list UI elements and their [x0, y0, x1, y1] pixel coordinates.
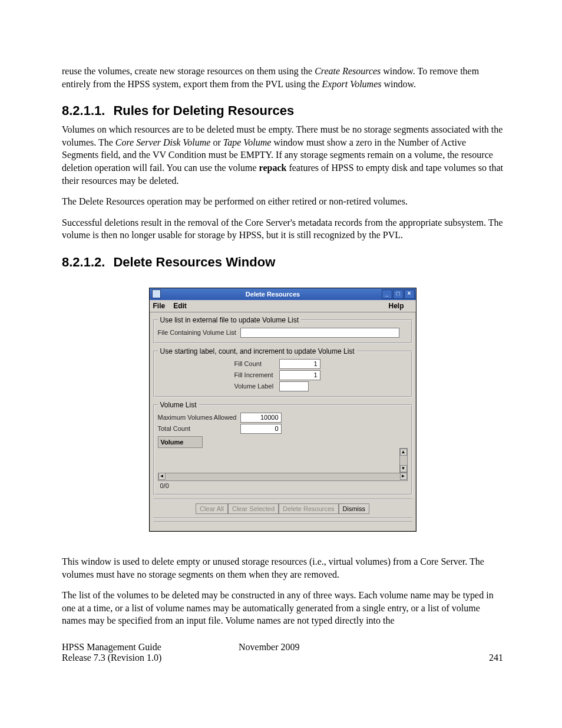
window-titlebar: Delete Resources _ □ × [150, 288, 416, 300]
fieldset-starting-label: Use starting label, count, and increment… [153, 347, 412, 397]
text: or [210, 137, 223, 147]
menu-help[interactable]: Help [388, 302, 404, 310]
fieldset-volume-list: Volume List Maximum Volumes Allowed Tota… [153, 401, 412, 495]
ref-tape-volume: Tape Volume [223, 137, 272, 147]
max-volumes-value [240, 413, 282, 423]
page-footer: HPSS Management Guide November 2009 Rele… [62, 642, 503, 663]
intro-paragraph: reuse the volumes, create new storage re… [62, 65, 503, 90]
fill-increment-input[interactable] [279, 370, 320, 380]
file-containing-list-label: File Containing Volume List [158, 329, 240, 336]
vertical-scrollbar[interactable]: ▲ ▼ [399, 448, 408, 473]
scroll-left-icon[interactable]: ◄ [158, 473, 166, 480]
section-title: Rules for Deleting Resources [113, 103, 294, 118]
system-menu-icon[interactable] [152, 289, 161, 298]
close-button[interactable]: × [404, 289, 415, 299]
volume-list-area[interactable]: ▲ ▼ [158, 448, 408, 473]
volume-label-label: Volume Label [234, 383, 279, 390]
minimize-button[interactable]: _ [382, 289, 392, 299]
delete-resources-button[interactable]: Delete Resources [279, 503, 338, 514]
fill-increment-label: Fill Increment [234, 371, 279, 378]
fieldset-external-file: Use list in external file to update Volu… [153, 316, 412, 344]
rules-paragraph-1: Volumes on which resources are to be del… [62, 123, 503, 187]
total-count-label: Total Count [158, 425, 240, 432]
fieldset-external-file-legend: Use list in external file to update Volu… [158, 316, 301, 324]
file-containing-list-input[interactable] [240, 328, 399, 338]
footer-release: Release 7.3 (Revision 1.0) [62, 653, 239, 663]
fieldset-starting-label-legend: Use starting label, count, and increment… [158, 347, 357, 355]
footer-page-number: 241 [489, 653, 503, 663]
clear-selected-button[interactable]: Clear Selected [228, 503, 279, 514]
max-volumes-label: Maximum Volumes Allowed [158, 414, 240, 421]
fill-count-input[interactable] [279, 359, 320, 369]
scroll-up-icon[interactable]: ▲ [400, 449, 407, 456]
section-title: Delete Resources Window [113, 255, 275, 269]
list-status-text: 0/0 [158, 481, 408, 490]
section-number: 8.2.1.1. [62, 103, 105, 118]
total-count-value [240, 424, 282, 434]
fill-count-label: Fill Count [234, 360, 279, 367]
dismiss-button[interactable]: Dismiss [339, 503, 370, 514]
menu-edit[interactable]: Edit [173, 302, 187, 310]
post-window-paragraph-1: This window is used to delete empty or u… [62, 555, 503, 581]
horizontal-scrollbar[interactable]: ◄ ► [158, 473, 408, 481]
menu-file[interactable]: File [153, 302, 166, 310]
heading-rules-for-deleting: 8.2.1.1.Rules for Deleting Resources [62, 103, 503, 118]
ref-create-resources: Create Resources [315, 66, 381, 76]
menubar: File Edit Help [150, 300, 416, 312]
fieldset-volume-list-legend: Volume List [158, 401, 199, 409]
rules-paragraph-3: Successful deletions result in the remov… [62, 216, 503, 242]
footer-date: November 2009 [239, 642, 503, 653]
scroll-right-icon[interactable]: ► [400, 473, 407, 480]
delete-resources-window: Delete Resources _ □ × File Edit Help Us… [149, 288, 416, 532]
section-number: 8.2.1.2. [62, 255, 105, 269]
footer-guide-title: HPSS Management Guide [62, 642, 239, 653]
post-window-paragraph-2: The list of the volumes to be deleted ma… [62, 589, 503, 627]
clear-all-button[interactable]: Clear All [196, 503, 228, 514]
repack-keyword: repack [259, 163, 287, 173]
volume-column-header[interactable]: Volume [158, 436, 203, 448]
volume-label-input[interactable] [279, 381, 309, 391]
rules-paragraph-2: The Delete Resources operation may be pe… [62, 195, 503, 208]
window-title: Delete Resources [164, 291, 382, 298]
ref-export-volumes: Export Volumes [322, 79, 382, 89]
ref-disk-volume: Core Server Disk Volume [115, 137, 211, 147]
text: reuse the volumes, create new storage re… [62, 66, 315, 76]
heading-delete-resources-window: 8.2.1.2.Delete Resources Window [62, 255, 503, 270]
maximize-button[interactable]: □ [393, 289, 404, 299]
scroll-down-icon[interactable]: ▼ [400, 465, 407, 472]
window-bottom-strip [153, 521, 412, 528]
button-row: Clear All Clear Selected Delete Resource… [153, 499, 412, 519]
text: window. [381, 79, 416, 89]
